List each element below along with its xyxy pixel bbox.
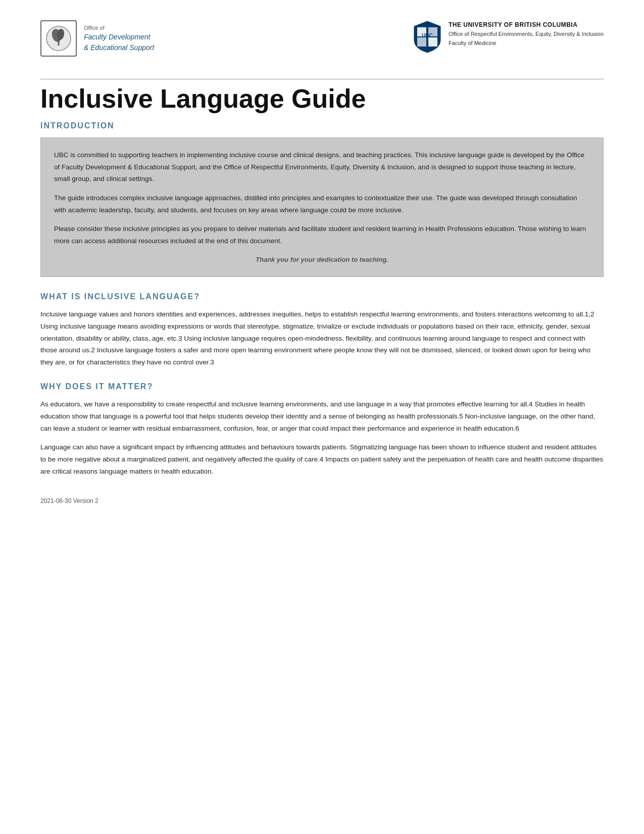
what-para-1: Inclusive language values and honors ide… [40,308,604,368]
page-footer: 2021-06-30 Version 2 [40,497,604,504]
ubc-info-text: THE UNIVERSITY OF BRITISH COLUMBIA Offic… [449,20,604,48]
why-para-1: As educators, we have a responsibility t… [40,398,604,434]
intro-para-1: UBC is committed to supporting teachers … [54,149,590,185]
intro-section: INTRODUCTION UBC is committed to support… [40,121,604,277]
faculty-logo-icon [40,20,77,57]
version-label: 2021-06-30 Version 2 [40,497,98,504]
page-header: Office of Faculty Development & Educatio… [40,20,604,65]
intro-thank-you: Thank you for your dedication to teachin… [54,254,590,266]
svg-text:UBC: UBC [422,33,433,38]
university-name: THE UNIVERSITY OF BRITISH COLUMBIA [449,20,604,30]
intro-box: UBC is committed to supporting teachers … [40,137,604,277]
page-title: Inclusive Language Guide [40,84,604,113]
edu-support-label: & Educational Support [84,42,154,53]
why-heading: WHY DOES IT MATTER? [40,382,604,391]
why-section: WHY DOES IT MATTER? As educators, we hav… [40,382,604,477]
office-equity-line: Office of Respectful Environments, Equit… [449,30,604,39]
what-heading: WHAT IS INCLUSIVE LANGUAGE? [40,292,604,301]
faculty-medicine-line: Faculty of Medicine [449,39,604,48]
svg-rect-7 [428,37,437,47]
left-logo: Office of Faculty Development & Educatio… [40,20,154,57]
intro-para-3: Please consider these inclusive principl… [54,223,590,247]
ubc-shield-icon: UBC [413,20,441,54]
header-divider [40,79,604,79]
svg-rect-3 [58,39,60,45]
intro-heading: INTRODUCTION [40,121,604,130]
intro-para-2: The guide introduces complex inclusive l… [54,192,590,216]
office-of-label: Office of [84,24,154,32]
faculty-dev-label: Faculty Development [84,32,154,42]
left-logo-text: Office of Faculty Development & Educatio… [84,24,154,54]
what-section: WHAT IS INCLUSIVE LANGUAGE? Inclusive la… [40,292,604,368]
svg-rect-6 [417,37,426,47]
why-para-2: Language can also have a significant imp… [40,441,604,477]
right-logo: UBC THE UNIVERSITY OF BRITISH COLUMBIA O… [413,20,604,54]
